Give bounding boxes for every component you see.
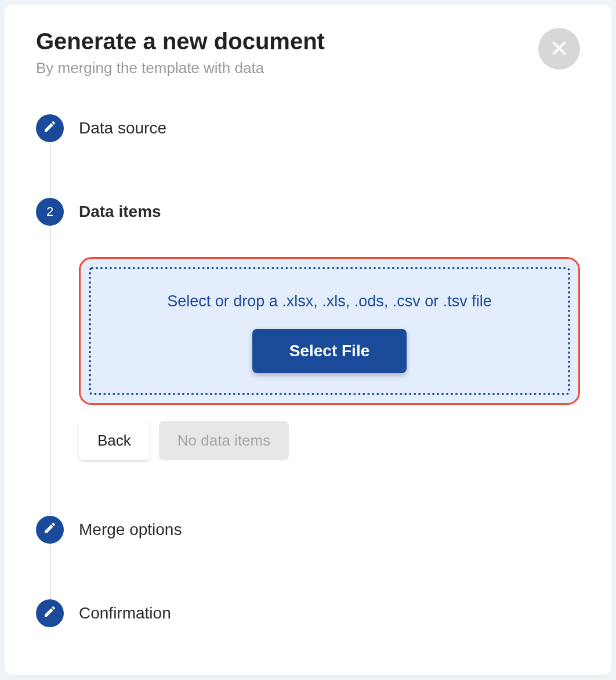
close-icon — [550, 39, 568, 59]
file-drop-zone[interactable]: Select or drop a .xlsx, .xls, .ods, .csv… — [79, 257, 580, 405]
step-badge-1 — [36, 114, 64, 142]
file-drop-inner: Select or drop a .xlsx, .xls, .ods, .csv… — [89, 267, 570, 395]
step-data-source[interactable]: Data source — [36, 114, 580, 142]
dialog-subtitle: By merging the template with data — [36, 59, 325, 77]
step-label-2: Data items — [79, 202, 161, 220]
step-badge-2: 2 — [36, 198, 64, 226]
step-label-1: Data source — [79, 119, 166, 137]
pencil-icon — [43, 521, 57, 538]
pencil-icon — [43, 605, 57, 622]
close-button[interactable] — [538, 28, 580, 70]
pencil-icon — [43, 120, 57, 137]
step-confirmation[interactable]: Confirmation — [36, 599, 580, 627]
step-label-4: Confirmation — [79, 604, 171, 622]
dialog-header: Generate a new document By merging the t… — [36, 28, 580, 77]
select-file-button[interactable]: Select File — [252, 329, 407, 373]
step-actions: Back No data items — [79, 421, 580, 460]
dialog-card: Generate a new document By merging the t… — [5, 5, 611, 675]
step-connector — [50, 544, 51, 599]
back-button[interactable]: Back — [79, 421, 150, 460]
step-2-content: Select or drop a .xlsx, .xls, .ods, .csv… — [36, 257, 580, 460]
stepper: Data source 2 Data items Select or drop … — [36, 114, 580, 627]
drop-instruction: Select or drop a .xlsx, .xls, .ods, .csv… — [103, 292, 556, 310]
step-badge-4 — [36, 599, 64, 627]
next-button-disabled: No data items — [159, 421, 289, 460]
dialog-title-block: Generate a new document By merging the t… — [36, 28, 325, 77]
step-badge-3 — [36, 516, 64, 544]
step-label-3: Merge options — [79, 520, 182, 538]
step-connector — [50, 142, 51, 198]
step-data-items[interactable]: 2 Data items — [36, 198, 580, 226]
dialog-title: Generate a new document — [36, 28, 325, 55]
step-merge-options[interactable]: Merge options — [36, 516, 580, 544]
